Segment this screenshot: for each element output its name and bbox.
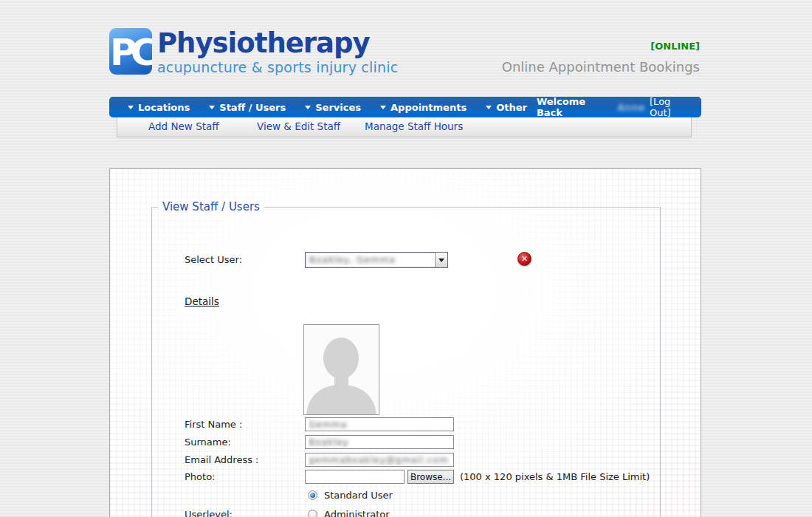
dropdown-arrow-button[interactable] xyxy=(435,253,447,267)
chevron-down-icon xyxy=(438,258,444,262)
clinic-name: Physiotherapy xyxy=(157,28,398,59)
subnav-add-new-staff[interactable]: Add New Staff xyxy=(148,117,219,136)
welcome-area: Welcome Back Anne [Log Out] xyxy=(537,96,701,118)
main-navbar: Locations Staff / Users Services Appoint… xyxy=(109,97,701,117)
chevron-down-icon xyxy=(305,106,311,109)
nav-item-label: Appointments xyxy=(390,102,467,113)
page: PC Physiotherapy acupuncture & sports in… xyxy=(0,0,812,517)
welcome-text: Welcome Back xyxy=(537,96,613,118)
delete-user-icon[interactable]: ✕ xyxy=(517,252,531,266)
logged-in-user-name: Anne xyxy=(618,102,645,113)
photo-file-input[interactable] xyxy=(305,470,405,484)
nav-item-staff-users[interactable]: Staff / Users xyxy=(199,102,295,113)
nav-item-label: Other xyxy=(496,102,527,113)
view-staff-fieldset: View Staff / Users xyxy=(151,200,661,517)
photo-label: Photo: xyxy=(185,471,215,482)
radio-standard-user-label: Standard User xyxy=(324,490,393,501)
person-silhouette-icon xyxy=(304,325,379,414)
radio-standard-user[interactable] xyxy=(308,490,317,500)
clinic-logo-text: Physiotherapy acupuncture & sports injur… xyxy=(157,28,398,75)
nav-item-locations[interactable]: Locations xyxy=(118,102,199,113)
browse-button[interactable]: Browse... xyxy=(407,470,454,484)
select-user-label: Select User: xyxy=(185,254,242,265)
subnav-view-edit-staff[interactable]: View & Edit Staff xyxy=(257,117,340,136)
clinic-tagline: acupuncture & sports injury clinic xyxy=(157,59,398,75)
fieldset-legend: View Staff / Users xyxy=(158,200,264,213)
chevron-down-icon xyxy=(128,106,134,109)
app-subtitle: Online Appointment Bookings xyxy=(502,59,700,75)
chevron-down-icon xyxy=(380,106,386,109)
email-label: Email Address : xyxy=(185,454,258,465)
nav-item-label: Services xyxy=(315,102,361,113)
staff-subnav: Add New Staff View & Edit Staff Manage S… xyxy=(117,117,692,137)
clinic-logo-icon: PC xyxy=(109,28,152,75)
email-input[interactable] xyxy=(305,453,454,467)
surname-input[interactable] xyxy=(305,435,454,449)
nav-item-appointments[interactable]: Appointments xyxy=(371,102,476,113)
chevron-down-icon xyxy=(209,106,215,109)
details-link[interactable]: Details xyxy=(185,295,219,307)
nav-item-label: Locations xyxy=(138,102,190,113)
subnav-manage-staff-hours[interactable]: Manage Staff Hours xyxy=(365,117,463,136)
content-panel: View Staff / Users Select User: Boakley,… xyxy=(109,168,701,517)
first-name-label: First Name : xyxy=(185,419,242,430)
select-user-value: Boakley, Gemma xyxy=(306,255,435,265)
clinic-logo: PC Physiotherapy acupuncture & sports in… xyxy=(109,28,398,75)
nav-item-label: Staff / Users xyxy=(219,102,286,113)
surname-label: Surname: xyxy=(185,436,231,448)
logout-link[interactable]: [Log Out] xyxy=(650,96,694,118)
photo-size-hint: (100 x 120 pixels & 1MB File Size Limit) xyxy=(460,471,650,482)
select-user-dropdown[interactable]: Boakley, Gemma xyxy=(305,252,448,268)
nav-item-other[interactable]: Other xyxy=(476,102,537,113)
userlevel-label: Userlevel: xyxy=(185,509,233,517)
online-status-badge: [ONLINE] xyxy=(650,41,700,52)
radio-administrator[interactable] xyxy=(308,510,317,517)
first-name-input[interactable] xyxy=(305,417,454,431)
staff-photo-placeholder xyxy=(303,324,379,415)
nav-item-services[interactable]: Services xyxy=(295,102,371,113)
radio-administrator-label: Administrator xyxy=(324,509,390,517)
chevron-down-icon xyxy=(486,106,492,109)
